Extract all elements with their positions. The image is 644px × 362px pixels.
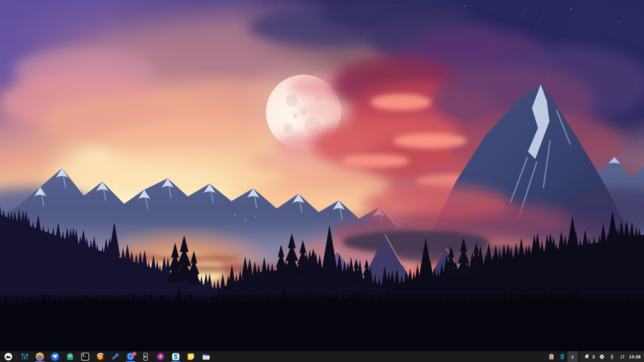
taskbar-right: 2 [546,351,644,362]
app-launcher-button[interactable] [1,351,15,362]
flame-circle-icon [156,352,165,361]
pinned-app-ghostty[interactable] [62,351,77,362]
taskbar-separator [16,353,16,360]
notification-count: 2 [592,354,595,359]
tray-flame-button[interactable] [568,351,578,362]
status-tray: 2 [580,351,644,362]
printer-button[interactable] [599,354,605,360]
microphone-button[interactable] [609,354,615,360]
wallpaper-art [0,0,644,351]
desktop [0,0,644,351]
unread-count-badge: 1 [132,352,137,356]
pinned-app-notes[interactable] [183,351,198,362]
clock[interactable]: 13:28 [629,354,641,359]
bell-icon [584,354,590,360]
surfshark-tray-icon [558,353,566,360]
taskbar-left: $_ [0,351,213,362]
microphone-icon [609,354,615,360]
pinned-app-kdeconnect[interactable]: K [138,351,153,362]
mountain-logo-icon [4,352,13,361]
screen: $_ [0,0,644,362]
notifications-button[interactable] [584,354,590,360]
ghost-icon [66,352,74,361]
pinned-app-flame[interactable] [153,351,168,362]
pinned-app-thunderbird[interactable] [47,351,62,362]
clock-time: 13:28 [629,354,641,359]
flame-tray-icon [569,353,576,360]
pinned-apps: $_ [17,351,213,362]
pinned-app-signal[interactable]: 1 [123,351,138,362]
pinned-app-audio-mixer[interactable] [17,351,32,362]
pinned-app-firefox[interactable] [32,351,47,362]
tray-clipboard-button[interactable] [546,351,557,362]
kdeconnect-k-glyph: K [144,355,147,359]
music-notes-icon [619,354,625,360]
phone-k-icon: K [141,352,150,361]
pinned-app-surfshark[interactable] [168,351,183,362]
sticky-note-icon [186,352,195,361]
taskbar: $_ [0,351,644,362]
pinned-app-files[interactable] [198,351,213,362]
pinned-app-steam[interactable] [108,351,123,362]
firefox-icon [35,352,45,361]
pinned-app-terminal[interactable]: $_ [77,351,93,362]
mixer-sliders-icon [20,352,29,361]
pinned-app-lutris[interactable] [93,351,108,362]
surfshark-icon [171,352,180,361]
terminal-prompt-glyph: $_ [82,353,86,357]
steam-icon [111,352,120,361]
fox-swirl-icon [96,352,105,361]
terminal-icon: $_ [81,352,90,361]
thunderbird-icon [50,352,60,361]
clipboard-icon [548,353,555,360]
printer-icon [599,354,605,360]
tray-surfshark-button[interactable] [557,351,568,362]
file-manager-icon [202,352,210,361]
media-player-button[interactable] [619,354,625,360]
